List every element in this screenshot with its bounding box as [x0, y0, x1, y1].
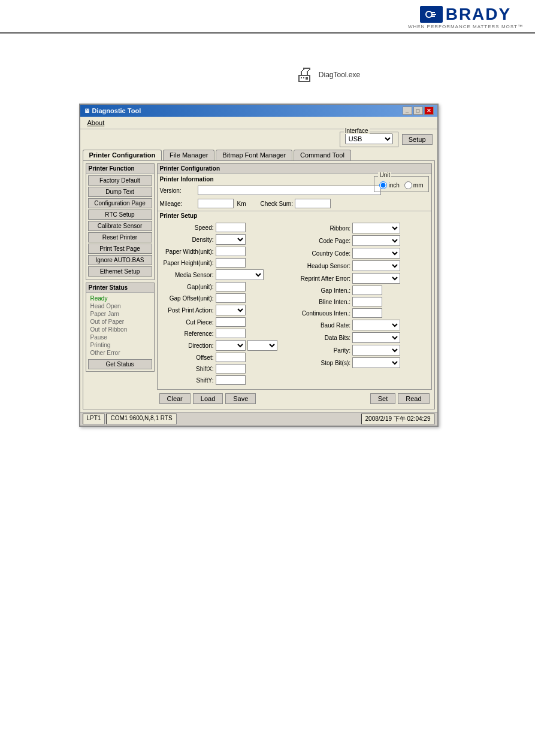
gap-offset-label: Gap Offset(unit): [160, 295, 214, 302]
get-status-button[interactable]: Get Status [88, 359, 152, 369]
cut-piece-input[interactable] [216, 317, 246, 327]
status-printing: Printing [88, 341, 152, 349]
inch-option[interactable]: inch [379, 181, 399, 189]
speed-input[interactable] [216, 223, 246, 232]
continuous-inten-label: Continuous Inten.: [297, 310, 350, 317]
offset-input[interactable] [216, 353, 246, 362]
ethernet-setup-button[interactable]: Ethernet Setup [88, 266, 152, 277]
gap-unit-input[interactable] [216, 282, 246, 292]
parity-select[interactable] [352, 345, 400, 356]
gap-offset-input[interactable] [216, 293, 246, 303]
density-select[interactable] [216, 234, 246, 245]
dump-text-button[interactable]: Dump Text [88, 187, 152, 197]
minimize-button[interactable]: _ [403, 107, 412, 115]
status-ready: Ready [88, 294, 152, 302]
stop-bits-select[interactable] [352, 357, 400, 368]
mm-option[interactable]: mm [404, 181, 424, 189]
data-bits-select[interactable] [352, 332, 400, 343]
mm-radio[interactable] [404, 181, 412, 189]
check-sum-input[interactable] [295, 199, 331, 208]
tab-bitmap-font-manager[interactable]: Bitmap Font Manager [216, 150, 292, 160]
status-head-open: Head Open [88, 302, 152, 310]
close-button[interactable]: ✕ [424, 107, 434, 115]
gap-inten-input[interactable] [352, 286, 382, 295]
reprint-after-error-select[interactable] [352, 273, 400, 284]
main-panel: Printer Function Factory Default Dump Te… [83, 160, 435, 409]
title-bar: 🖥 Diagnostic Tool _ □ ✕ [80, 105, 437, 117]
paper-width-input[interactable] [216, 247, 246, 256]
ignore-autobus-button[interactable]: Ignore AUTO.BAS [88, 255, 152, 265]
gap-unit-label: Gap(unit): [160, 284, 214, 290]
interface-select[interactable]: USB COM1 COM2 LPT1 [345, 133, 393, 144]
ribbon-select[interactable] [352, 223, 400, 233]
post-print-action-label: Post Print Action: [160, 307, 214, 314]
read-button[interactable]: Read [398, 393, 429, 404]
printer-icon: 🖨 [295, 63, 314, 86]
version-row: Version: [160, 186, 381, 195]
media-sensor-select[interactable] [216, 269, 264, 280]
load-button[interactable]: Load [193, 393, 223, 404]
speed-label: Speed: [160, 224, 214, 231]
interface-area: Interface USB COM1 COM2 LPT1 Setup [80, 129, 437, 150]
setup-button[interactable]: Setup [402, 134, 433, 145]
status-paper-jam: Paper Jam [88, 310, 152, 318]
headup-sensor-select[interactable] [352, 260, 400, 271]
header: BRADY WHEN PERFORMANCE MATTERS MOST™ [0, 0, 535, 34]
direction-select2[interactable] [247, 340, 277, 351]
tab-printer-configuration[interactable]: Printer Configuration [83, 150, 162, 160]
gap-inten-label: Gap Inten.: [297, 287, 350, 294]
bline-inten-input[interactable] [352, 297, 382, 306]
rtc-setup-button[interactable]: RTC Setup [88, 210, 152, 220]
direction-select1[interactable] [216, 340, 246, 351]
diagnostic-tool-window: 🖥 Diagnostic Tool _ □ ✕ About Interface … [79, 104, 439, 427]
tab-command-tool[interactable]: Command Tool [294, 150, 351, 160]
calibrate-sensor-button[interactable]: Calibrate Sensor [88, 221, 152, 231]
status-com: COM1 9600,N,8,1 RTS [106, 414, 176, 424]
code-page-select[interactable] [352, 235, 400, 246]
shifty-label: ShiftY: [160, 377, 214, 384]
maximize-button[interactable]: □ [413, 107, 423, 115]
save-button[interactable]: Save [225, 393, 256, 404]
window-icon: 🖥 [84, 108, 90, 114]
version-input[interactable] [198, 186, 381, 195]
reset-printer-button[interactable]: Reset Printer [88, 232, 152, 242]
baud-rate-select[interactable] [352, 320, 400, 330]
continuous-inten-input[interactable] [352, 308, 382, 318]
shiftx-input[interactable] [216, 364, 246, 374]
unit-legend: Unit [378, 172, 391, 178]
right-panel: Printer Configuration Printer Informatio… [157, 163, 432, 406]
direction-row: Direction: [160, 340, 292, 351]
post-print-action-select[interactable] [216, 305, 246, 315]
inch-radio[interactable] [379, 181, 387, 189]
interface-group: Interface USB COM1 COM2 LPT1 [340, 132, 398, 147]
bline-inten-label: Bline Inten.: [297, 299, 350, 305]
config-right-col: Ribbon: Code Page: Country Code: [297, 223, 429, 387]
left-panel: Printer Function Factory Default Dump Te… [86, 163, 155, 406]
menu-bar: About [80, 117, 437, 129]
set-button[interactable]: Set [370, 393, 396, 404]
factory-default-button[interactable]: Factory Default [88, 175, 152, 186]
brady-logo: BRADY WHEN PERFORMANCE MATTERS MOST™ [408, 6, 523, 29]
reference-input[interactable] [216, 329, 246, 338]
shifty-input[interactable] [216, 375, 246, 385]
country-code-select[interactable] [352, 248, 400, 259]
status-out-of-paper: Out of Paper [88, 318, 152, 326]
about-menu[interactable]: About [84, 118, 108, 127]
clear-button[interactable]: Clear [159, 393, 191, 404]
main-content: 🖨 DiagTool.exe 🖥 Diagnostic Tool _ □ ✕ A… [0, 34, 535, 433]
density-label: Density: [160, 236, 214, 243]
status-out-of-ribbon: Out of Ribbon [88, 326, 152, 333]
mileage-input[interactable] [198, 199, 234, 208]
configuration-page-button[interactable]: Configuration Page [88, 198, 152, 208]
bottom-buttons: Clear Load Save Set Read [157, 391, 432, 406]
paper-width-label: Paper Width(unit): [160, 248, 214, 255]
tab-file-manager[interactable]: File Manager [163, 150, 214, 160]
printer-status-content: Ready Head Open Paper Jam Out of Paper O… [86, 293, 154, 371]
status-bar: LPT1 COM1 9600,N,8,1 RTS 2008/2/19 下午 02… [80, 412, 437, 426]
paper-height-input[interactable] [216, 258, 246, 268]
config-content: Speed: Density: Paper Width(unit): [158, 220, 431, 389]
reprint-after-error-label: Reprint After Error: [297, 275, 350, 282]
ribbon-label: Ribbon: [297, 225, 350, 232]
print-test-page-button[interactable]: Print Test Page [88, 244, 152, 254]
printer-status-title: Printer Status [86, 283, 154, 293]
